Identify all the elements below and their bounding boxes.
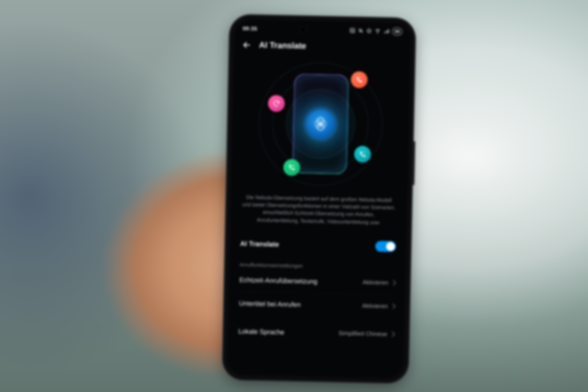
- page-title: AI Translate: [259, 40, 306, 51]
- status-time: 09:35: [243, 25, 257, 32]
- back-button[interactable]: [241, 40, 252, 50]
- svg-text:AI: AI: [292, 165, 294, 167]
- orbit-icon-teal: T: [354, 146, 371, 163]
- row-label: Lokale Sprache: [238, 327, 284, 336]
- chevron-right-icon: [391, 280, 396, 286]
- wifi-icon: [374, 28, 381, 34]
- hero-illustration: AI AI T: [231, 56, 410, 192]
- call-text-icon: T: [359, 150, 367, 158]
- chevron-right-icon: [390, 304, 395, 309]
- master-toggle-label: AI Translate: [240, 240, 279, 248]
- svg-point-4: [361, 77, 362, 78]
- row-label: Echtzeit-Anrufübersetzung: [239, 276, 317, 285]
- section-caption-calls: Anruffunktionseinstellungen: [230, 256, 405, 271]
- feature-description: Die Nebula-Übersetzung basiert auf dem g…: [231, 193, 407, 233]
- translate-cycle-icon: [272, 99, 280, 107]
- section-gap: [229, 315, 404, 323]
- row-value: Aktivieren: [362, 302, 395, 310]
- separator: [238, 291, 396, 295]
- svg-rect-1: [368, 29, 370, 33]
- signal-icon: [383, 28, 390, 34]
- phone-outline-graphic: [292, 74, 349, 174]
- orbit-ring-outer: [258, 61, 384, 187]
- photo-background: 09:35 99 AI Translate: [0, 0, 588, 392]
- svg-point-2: [377, 32, 378, 33]
- svg-text:T: T: [364, 151, 366, 154]
- arrow-left-icon: [242, 40, 251, 50]
- row-call-subtitles[interactable]: Untertitel bei Anrufen Aktivieren: [229, 292, 405, 318]
- mute-bell-icon: [358, 28, 364, 34]
- phone-voice-icon: [355, 76, 363, 84]
- ai-knot-icon: AI: [312, 116, 329, 133]
- orbit-icon-orange: [351, 71, 368, 88]
- master-toggle-switch[interactable]: [375, 241, 396, 252]
- svg-rect-0: [350, 28, 355, 33]
- nfc-icon: [349, 27, 355, 33]
- orbit-ring-mid: [271, 75, 369, 173]
- battery-indicator: 99: [392, 27, 402, 35]
- page-header: AI Translate: [234, 34, 410, 56]
- row-label: Untertitel bei Anrufen: [239, 299, 300, 308]
- vibrate-icon: [366, 28, 372, 34]
- chevron-right-icon: [390, 332, 395, 337]
- master-toggle-row[interactable]: AI Translate: [230, 230, 406, 260]
- row-local-language[interactable]: Lokale Sprache Simplified Chinese: [228, 319, 404, 346]
- ai-badge: AI: [306, 109, 335, 138]
- orbit-icon-green: AI: [283, 159, 300, 176]
- status-bar: 09:35 99: [235, 20, 411, 38]
- row-realtime-call-translation[interactable]: Echtzeit-Anrufübersetzung Aktivieren: [229, 268, 405, 294]
- svg-point-5: [362, 77, 362, 77]
- screen: 09:35 99 AI Translate: [227, 20, 410, 378]
- status-spacer-right: [306, 29, 349, 30]
- orbit-ring-inner: [286, 89, 356, 159]
- hand-placeholder: [35, 77, 465, 392]
- phone-device: 09:35 99 AI Translate: [222, 15, 415, 383]
- orbit-icon-pink: [268, 95, 285, 112]
- front-camera-hole: [301, 27, 306, 32]
- call-ai-icon: AI: [288, 164, 295, 172]
- svg-text:AI: AI: [318, 122, 322, 126]
- phone-power-button: [412, 141, 416, 185]
- row-value: Simplified Chinese: [339, 330, 394, 338]
- status-spacer-left: [257, 28, 301, 29]
- status-icons: 99: [349, 26, 402, 35]
- center-glow: [283, 86, 358, 161]
- row-value: Aktivieren: [363, 279, 395, 286]
